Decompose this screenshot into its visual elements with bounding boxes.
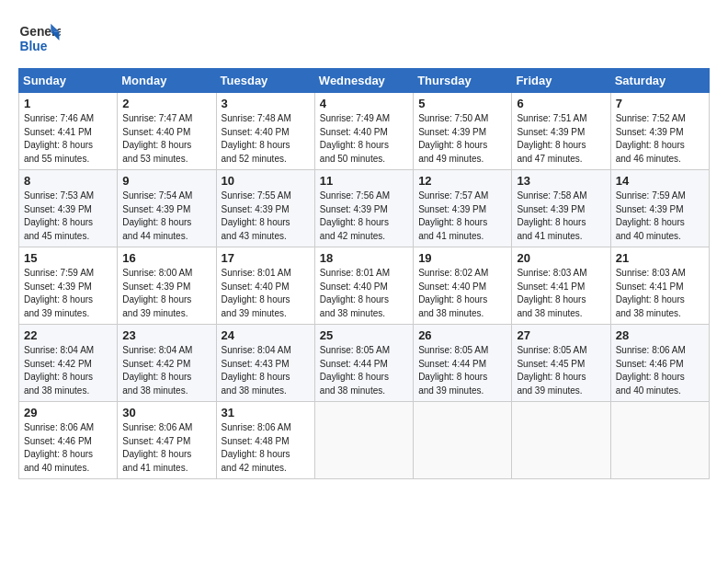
- cell-info: Sunrise: 7:58 AMSunset: 4:39 PMDaylight:…: [517, 190, 605, 243]
- cell-info: Sunrise: 7:54 AMSunset: 4:39 PMDaylight:…: [122, 190, 210, 243]
- calendar-cell: 20Sunrise: 8:03 AMSunset: 4:41 PMDayligh…: [512, 247, 610, 325]
- header: General Blue: [18, 17, 710, 59]
- calendar-cell: 18Sunrise: 8:01 AMSunset: 4:40 PMDayligh…: [314, 247, 413, 325]
- cell-info: Sunrise: 7:59 AMSunset: 4:39 PMDaylight:…: [24, 267, 112, 320]
- day-number: 31: [222, 406, 310, 419]
- cell-info: Sunrise: 8:04 AMSunset: 4:42 PMDaylight:…: [24, 344, 112, 397]
- cell-info: Sunrise: 7:48 AMSunset: 4:40 PMDaylight:…: [222, 112, 310, 166]
- cell-info: Sunrise: 8:03 AMSunset: 4:41 PMDaylight:…: [616, 267, 704, 320]
- logo: General Blue: [18, 17, 61, 59]
- day-number: 6: [517, 97, 605, 110]
- calendar-cell: 31Sunrise: 8:06 AMSunset: 4:48 PMDayligh…: [216, 402, 314, 479]
- calendar-cell: 9Sunrise: 7:54 AMSunset: 4:39 PMDaylight…: [118, 170, 216, 247]
- calendar-header-saturday: Saturday: [610, 69, 709, 93]
- cell-info: Sunrise: 8:03 AMSunset: 4:41 PMDaylight:…: [517, 267, 605, 320]
- calendar-cell: 23Sunrise: 8:04 AMSunset: 4:42 PMDayligh…: [118, 325, 216, 402]
- calendar-cell: 19Sunrise: 8:02 AMSunset: 4:40 PMDayligh…: [414, 247, 512, 325]
- cell-info: Sunrise: 8:06 AMSunset: 4:48 PMDaylight:…: [222, 421, 310, 475]
- day-number: 29: [24, 406, 112, 419]
- calendar-cell: [414, 402, 512, 479]
- cell-info: Sunrise: 8:01 AMSunset: 4:40 PMDaylight:…: [222, 267, 310, 320]
- calendar-cell: 10Sunrise: 7:55 AMSunset: 4:39 PMDayligh…: [216, 170, 314, 247]
- day-number: 17: [222, 251, 310, 265]
- page: General Blue SundayMondayTuesdayWednesda…: [0, 0, 728, 563]
- calendar-header-friday: Friday: [512, 69, 610, 93]
- cell-info: Sunrise: 8:04 AMSunset: 4:43 PMDaylight:…: [222, 344, 310, 397]
- cell-info: Sunrise: 8:05 AMSunset: 4:44 PMDaylight:…: [320, 344, 408, 397]
- svg-text:Blue: Blue: [20, 40, 48, 53]
- day-number: 26: [418, 328, 506, 342]
- day-number: 2: [122, 97, 210, 110]
- day-number: 8: [24, 174, 112, 188]
- cell-info: Sunrise: 7:59 AMSunset: 4:39 PMDaylight:…: [616, 190, 704, 243]
- calendar-week-row: 1Sunrise: 7:46 AMSunset: 4:41 PMDaylight…: [19, 93, 710, 170]
- calendar-week-row: 15Sunrise: 7:59 AMSunset: 4:39 PMDayligh…: [19, 247, 710, 325]
- logo-icon: General Blue: [18, 17, 61, 59]
- cell-info: Sunrise: 7:57 AMSunset: 4:39 PMDaylight:…: [418, 190, 506, 243]
- calendar-cell: 7Sunrise: 7:52 AMSunset: 4:39 PMDaylight…: [610, 93, 709, 170]
- calendar-cell: 6Sunrise: 7:51 AMSunset: 4:39 PMDaylight…: [512, 93, 610, 170]
- day-number: 28: [616, 328, 704, 342]
- day-number: 21: [616, 251, 704, 265]
- day-number: 16: [122, 251, 210, 265]
- day-number: 14: [616, 174, 704, 188]
- day-number: 18: [320, 251, 408, 265]
- day-number: 12: [418, 174, 506, 188]
- calendar-header-row: SundayMondayTuesdayWednesdayThursdayFrid…: [19, 69, 710, 93]
- day-number: 3: [222, 97, 310, 110]
- calendar-cell: [512, 402, 610, 479]
- calendar-cell: 28Sunrise: 8:06 AMSunset: 4:46 PMDayligh…: [610, 325, 709, 402]
- calendar-cell: 14Sunrise: 7:59 AMSunset: 4:39 PMDayligh…: [610, 170, 709, 247]
- calendar-cell: 30Sunrise: 8:06 AMSunset: 4:47 PMDayligh…: [118, 402, 216, 479]
- cell-info: Sunrise: 7:47 AMSunset: 4:40 PMDaylight:…: [122, 112, 210, 166]
- cell-info: Sunrise: 8:06 AMSunset: 4:47 PMDaylight:…: [122, 421, 210, 475]
- calendar-cell: 4Sunrise: 7:49 AMSunset: 4:40 PMDaylight…: [314, 93, 413, 170]
- cell-info: Sunrise: 8:06 AMSunset: 4:46 PMDaylight:…: [616, 344, 704, 397]
- calendar-cell: 11Sunrise: 7:56 AMSunset: 4:39 PMDayligh…: [314, 170, 413, 247]
- day-number: 30: [122, 406, 210, 419]
- day-number: 24: [222, 328, 310, 342]
- calendar-cell: 1Sunrise: 7:46 AMSunset: 4:41 PMDaylight…: [19, 93, 118, 170]
- calendar-cell: 2Sunrise: 7:47 AMSunset: 4:40 PMDaylight…: [118, 93, 216, 170]
- day-number: 20: [517, 251, 605, 265]
- calendar-cell: 3Sunrise: 7:48 AMSunset: 4:40 PMDaylight…: [216, 93, 314, 170]
- calendar-cell: 12Sunrise: 7:57 AMSunset: 4:39 PMDayligh…: [414, 170, 512, 247]
- calendar-cell: 13Sunrise: 7:58 AMSunset: 4:39 PMDayligh…: [512, 170, 610, 247]
- day-number: 13: [517, 174, 605, 188]
- calendar-cell: 25Sunrise: 8:05 AMSunset: 4:44 PMDayligh…: [314, 325, 413, 402]
- calendar-table: SundayMondayTuesdayWednesdayThursdayFrid…: [18, 68, 710, 479]
- cell-info: Sunrise: 8:05 AMSunset: 4:45 PMDaylight:…: [517, 344, 605, 397]
- calendar-header-tuesday: Tuesday: [216, 69, 314, 93]
- cell-info: Sunrise: 7:50 AMSunset: 4:39 PMDaylight:…: [418, 112, 506, 166]
- cell-info: Sunrise: 8:05 AMSunset: 4:44 PMDaylight:…: [418, 344, 506, 397]
- calendar-week-row: 22Sunrise: 8:04 AMSunset: 4:42 PMDayligh…: [19, 325, 710, 402]
- cell-info: Sunrise: 8:00 AMSunset: 4:39 PMDaylight:…: [122, 267, 210, 320]
- cell-info: Sunrise: 8:06 AMSunset: 4:46 PMDaylight:…: [24, 421, 112, 475]
- cell-info: Sunrise: 7:52 AMSunset: 4:39 PMDaylight:…: [616, 112, 704, 166]
- cell-info: Sunrise: 7:56 AMSunset: 4:39 PMDaylight:…: [320, 190, 408, 243]
- cell-info: Sunrise: 7:49 AMSunset: 4:40 PMDaylight:…: [320, 112, 408, 166]
- day-number: 27: [517, 328, 605, 342]
- calendar-week-row: 29Sunrise: 8:06 AMSunset: 4:46 PMDayligh…: [19, 402, 710, 479]
- calendar-cell: 27Sunrise: 8:05 AMSunset: 4:45 PMDayligh…: [512, 325, 610, 402]
- calendar-cell: 22Sunrise: 8:04 AMSunset: 4:42 PMDayligh…: [19, 325, 118, 402]
- day-number: 15: [24, 251, 112, 265]
- day-number: 7: [616, 97, 704, 110]
- calendar-header-wednesday: Wednesday: [314, 69, 413, 93]
- day-number: 25: [320, 328, 408, 342]
- calendar-cell: 17Sunrise: 8:01 AMSunset: 4:40 PMDayligh…: [216, 247, 314, 325]
- calendar-cell: 21Sunrise: 8:03 AMSunset: 4:41 PMDayligh…: [610, 247, 709, 325]
- cell-info: Sunrise: 7:55 AMSunset: 4:39 PMDaylight:…: [222, 190, 310, 243]
- calendar-cell: 8Sunrise: 7:53 AMSunset: 4:39 PMDaylight…: [19, 170, 118, 247]
- calendar-header-monday: Monday: [118, 69, 216, 93]
- calendar-cell: 29Sunrise: 8:06 AMSunset: 4:46 PMDayligh…: [19, 402, 118, 479]
- cell-info: Sunrise: 8:02 AMSunset: 4:40 PMDaylight:…: [418, 267, 506, 320]
- calendar-cell: 5Sunrise: 7:50 AMSunset: 4:39 PMDaylight…: [414, 93, 512, 170]
- calendar-header-thursday: Thursday: [414, 69, 512, 93]
- cell-info: Sunrise: 8:01 AMSunset: 4:40 PMDaylight:…: [320, 267, 408, 320]
- day-number: 22: [24, 328, 112, 342]
- cell-info: Sunrise: 7:46 AMSunset: 4:41 PMDaylight:…: [24, 112, 112, 166]
- cell-info: Sunrise: 7:51 AMSunset: 4:39 PMDaylight:…: [517, 112, 605, 166]
- day-number: 19: [418, 251, 506, 265]
- calendar-week-row: 8Sunrise: 7:53 AMSunset: 4:39 PMDaylight…: [19, 170, 710, 247]
